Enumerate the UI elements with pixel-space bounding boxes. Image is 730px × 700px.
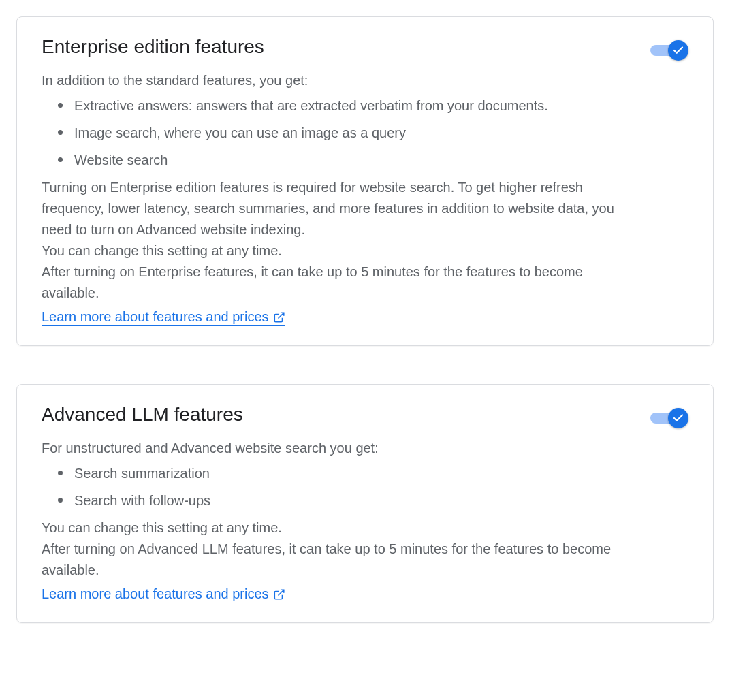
- card-title: Advanced LLM features: [42, 404, 634, 426]
- list-item: Search summarization: [58, 463, 634, 483]
- enterprise-toggle[interactable]: [650, 40, 688, 59]
- svg-line-1: [278, 590, 283, 595]
- list-item: Website search: [58, 150, 634, 170]
- card-body: Turning on Enterprise edition features i…: [42, 177, 634, 304]
- list-item: Extractive answers: answers that are ext…: [58, 95, 634, 116]
- feature-list: Search summarization Search with follow-…: [42, 463, 634, 511]
- card-content: Enterprise edition features In addition …: [42, 36, 634, 326]
- card-intro: For unstructured and Advanced website se…: [42, 438, 634, 459]
- card-header: Enterprise edition features In addition …: [42, 36, 688, 326]
- learn-more-link[interactable]: Learn more about features and prices: [42, 586, 285, 603]
- advanced-llm-features-card: Advanced LLM features For unstructured a…: [16, 384, 714, 623]
- card-title: Enterprise edition features: [42, 36, 634, 58]
- check-icon: [672, 412, 684, 424]
- learn-more-link[interactable]: Learn more about features and prices: [42, 309, 285, 326]
- enterprise-features-card: Enterprise edition features In addition …: [16, 16, 714, 346]
- feature-list: Extractive answers: answers that are ext…: [42, 95, 634, 170]
- card-content: Advanced LLM features For unstructured a…: [42, 404, 634, 603]
- toggle-thumb: [668, 40, 688, 61]
- card-intro: In addition to the standard features, yo…: [42, 70, 634, 91]
- external-link-icon: [273, 588, 285, 601]
- link-label: Learn more about features and prices: [42, 586, 269, 602]
- list-item: Image search, where you can use an image…: [58, 123, 634, 143]
- link-label: Learn more about features and prices: [42, 309, 269, 325]
- external-link-icon: [273, 311, 285, 323]
- card-body: You can change this setting at any time.…: [42, 518, 634, 581]
- toggle-thumb: [668, 408, 688, 428]
- card-header: Advanced LLM features For unstructured a…: [42, 404, 688, 603]
- check-icon: [672, 44, 684, 57]
- advanced-llm-toggle[interactable]: [650, 408, 688, 427]
- list-item: Search with follow-ups: [58, 490, 634, 511]
- svg-line-0: [278, 313, 283, 318]
